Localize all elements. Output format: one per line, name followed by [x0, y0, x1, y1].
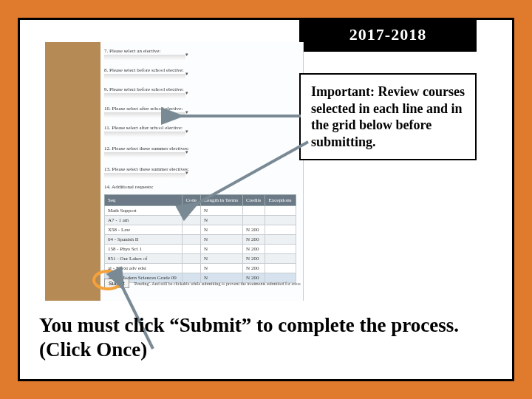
year-banner: 2017-2018 — [299, 18, 477, 52]
dropdown-field[interactable] — [104, 93, 185, 99]
dropdown-field[interactable] — [104, 112, 185, 118]
th-code: Code — [183, 195, 201, 206]
year-text: 2017-2018 — [349, 25, 426, 44]
callout-text: Important: Review courses selected in ea… — [311, 83, 465, 150]
dropdown-field[interactable] — [104, 55, 185, 61]
form-line: 13. Please select these summer electives… — [104, 166, 300, 179]
table-row: X58 - LawNN 200 — [105, 225, 296, 235]
table-row: Math SupportN — [105, 206, 296, 216]
th-length: Length in Terms — [201, 195, 243, 206]
table-row: A7 - 1 amN — [105, 216, 296, 225]
submit-button[interactable]: Submit — [104, 279, 129, 288]
submit-area: Submit 'Pending'. And still be clickable… — [104, 279, 301, 288]
form-line: 9. Please select before school elective: — [104, 86, 300, 99]
form-line-label: 9. Please select before school elective: — [104, 86, 300, 92]
th-credits: Credits — [243, 195, 265, 206]
dropdown-field[interactable] — [104, 74, 185, 80]
form-line: 11. Please select after school elective: — [104, 125, 300, 137]
dropdown-field[interactable] — [104, 132, 185, 137]
form-line-label: 13. Please select these summer electives… — [104, 166, 300, 172]
form-line-label: 8. Please select before school elective: — [104, 67, 300, 73]
embedded-screenshot: 7. Please select an elective: 8. Please … — [45, 42, 304, 301]
slide-inner: 2017-2018 7. Please select an elective: … — [18, 18, 514, 381]
slide: 2017-2018 7. Please select an elective: … — [0, 0, 532, 399]
form-line: 10. Please select after school elective: — [104, 106, 300, 118]
form-line-label: 11. Please select after school elective: — [104, 125, 300, 131]
table-row: al - FText adv edstNN 200 — [105, 264, 296, 273]
submit-pending-note: 'Pending'. And still be clickable while … — [134, 282, 301, 286]
th-exceptions: Exceptions — [265, 195, 296, 206]
th-seq: Seq — [105, 195, 183, 206]
form-line: 12. Please select these summer electives… — [104, 146, 300, 158]
form-line: 7. Please select an elective: — [104, 48, 300, 61]
table-row: 851 - Our Lakes ofNN 200 — [105, 254, 296, 264]
dropdown-field[interactable] — [104, 173, 185, 179]
form-line-label: 10. Please select after school elective: — [104, 106, 300, 112]
form-line-label: 7. Please select an elective: — [104, 48, 300, 54]
form-line: 8. Please select before school elective: — [104, 67, 300, 80]
footer-instruction: You must click “Submit” to complete the … — [39, 313, 493, 361]
table-row: 04 - Spanish IINN 200 — [105, 235, 296, 245]
courses-table: Seq Code Length in Terms Credits Excepti… — [104, 194, 296, 283]
screenshot-left-margin — [45, 42, 100, 301]
additional-requests-label: 14. Additional requests: — [104, 184, 154, 190]
form-line-label: 12. Please select these summer electives… — [104, 146, 300, 151]
table-header-row: Seq Code Length in Terms Credits Excepti… — [105, 195, 296, 206]
important-callout: Important: Review courses selected in ea… — [299, 73, 477, 160]
table-row: 158 - Phys Sci 1NN 200 — [105, 245, 296, 254]
dropdown-field[interactable] — [104, 152, 185, 158]
